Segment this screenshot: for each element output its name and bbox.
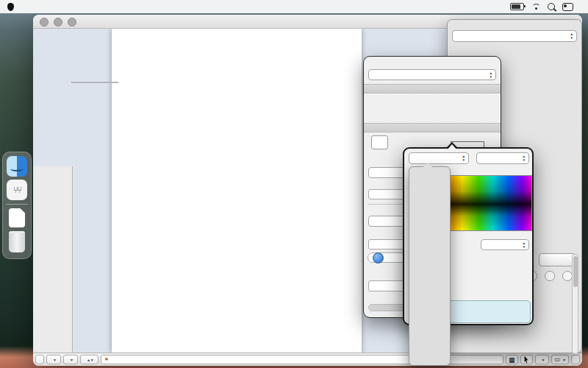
grid-view-button[interactable]: ▦ xyxy=(506,355,518,364)
tools-palette xyxy=(71,82,118,83)
page-nav-buttons-right[interactable] xyxy=(571,355,580,364)
battery-icon[interactable] xyxy=(510,3,524,10)
zoom-stepper[interactable]: ▲▼ xyxy=(80,355,98,364)
bottom-bar: ▼ ▼ ▲▼ ⚑ ▦ ▼ ▭▼ xyxy=(33,353,582,366)
trash-dock-icon[interactable] xyxy=(9,231,25,252)
palette-scrollbar[interactable] xyxy=(572,254,578,354)
width-slider-knob[interactable] xyxy=(373,252,384,263)
layer-edit-section-header xyxy=(364,84,501,93)
spotlight-icon[interactable] xyxy=(548,3,555,10)
dock-divider xyxy=(6,204,28,205)
color-mode-selector[interactable] xyxy=(476,152,529,164)
export-dropdown[interactable]: ▼ xyxy=(46,355,61,364)
style-circle[interactable] xyxy=(545,271,555,281)
finder-dock-icon[interactable] xyxy=(7,156,27,177)
pointer-icon xyxy=(524,356,529,364)
menu-bar xyxy=(0,0,588,13)
graphide-dock-icon[interactable] xyxy=(7,180,27,200)
gradient-angle-field[interactable] xyxy=(368,189,405,199)
shape-selector[interactable] xyxy=(368,69,496,80)
tools-dropdown[interactable]: ▼ xyxy=(63,355,78,364)
color-menu xyxy=(409,166,451,366)
shortcuts-dropdown[interactable]: ▼ xyxy=(535,355,550,364)
apply-button[interactable] xyxy=(539,253,576,266)
graphic-view-tree xyxy=(33,166,73,353)
function-selector[interactable] xyxy=(452,30,577,42)
color-name-selector[interactable] xyxy=(409,152,469,164)
document-page[interactable] xyxy=(112,29,362,353)
dock xyxy=(2,152,32,259)
affiliation-selector[interactable] xyxy=(481,239,529,250)
style-circle[interactable] xyxy=(562,271,573,281)
control-center-icon[interactable] xyxy=(562,3,573,11)
interior-draw-checkbox[interactable] xyxy=(371,135,388,149)
marker-style-circles xyxy=(527,271,573,281)
popup-arrow xyxy=(445,142,459,149)
pointer-mode-button[interactable] xyxy=(520,355,533,364)
wifi-icon[interactable] xyxy=(531,4,540,10)
tree-header xyxy=(33,166,72,170)
page-nav-buttons[interactable] xyxy=(35,355,44,364)
apple-menu-icon[interactable] xyxy=(7,3,14,11)
interior-section-header xyxy=(364,123,501,132)
document-dock-icon[interactable] xyxy=(9,208,25,227)
bookmark-icon: ⚑ xyxy=(104,357,109,363)
view-mode-dropdown[interactable]: ▭▼ xyxy=(551,355,569,364)
desktop: ▼ ▼ ▲▼ ⚑ ▦ ▼ ▭▼ xyxy=(0,0,588,368)
